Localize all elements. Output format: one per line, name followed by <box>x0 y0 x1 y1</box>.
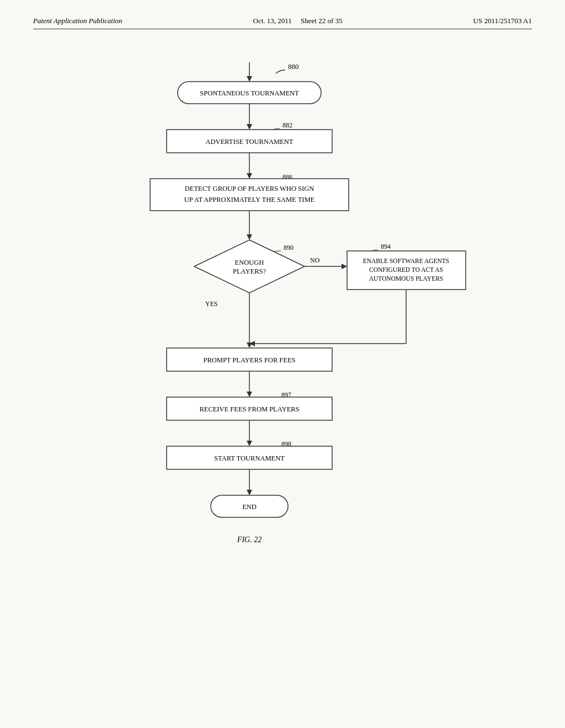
header-date: Oct. 13, 2011 <box>253 17 292 25</box>
svg-marker-7 <box>247 173 252 179</box>
node-diamond-label2: PLAYERS? <box>233 267 266 275</box>
ref-882: 882 <box>282 121 292 129</box>
flowchart-svg: 880 SPONTANEOUS TOURNAMENT 882 ADVERTISE… <box>84 46 481 669</box>
header-patent-number: US 2011/251703 A1 <box>473 17 532 25</box>
node-diamond-label1: ENOUGH <box>235 259 264 266</box>
node-receive-label: RECEIVE FEES FROM PLAYERS <box>199 405 299 413</box>
node-end-label: END <box>242 503 257 511</box>
header-date-sheet: Oct. 13, 2011 Sheet 22 of 35 <box>253 17 343 25</box>
svg-marker-13 <box>342 264 347 269</box>
svg-marker-19 <box>247 342 252 348</box>
node-detect-label1: DETECT GROUP OF PLAYERS WHO SIGN <box>185 185 314 192</box>
node-prompt-label: PROMPT PLAYERS FOR FEES <box>203 356 295 364</box>
node-start-tournament-label: START TOURNAMENT <box>214 454 285 462</box>
svg-marker-22 <box>247 392 252 397</box>
header-publication: Patent Application Publication <box>33 17 122 25</box>
node-start-label: SPONTANEOUS TOURNAMENT <box>200 89 299 97</box>
page-header: Patent Application Publication Oct. 13, … <box>33 17 532 29</box>
ref-880: 880 <box>288 62 299 71</box>
node-advertise-label: ADVERTISE TOURNAMENT <box>206 138 294 146</box>
header-sheet: Sheet 22 of 35 <box>301 17 342 25</box>
ref-894: 894 <box>381 243 391 250</box>
no-label: NO <box>310 256 320 264</box>
node-enable-label1: ENABLE SOFTWARE AGENTS <box>363 258 450 264</box>
figure-caption: FIG. 22 <box>237 536 262 544</box>
svg-marker-28 <box>247 490 252 495</box>
diagram-area: 880 SPONTANEOUS TOURNAMENT 882 ADVERTISE… <box>33 35 532 669</box>
svg-rect-8 <box>150 179 349 211</box>
yes-label: YES <box>205 300 218 308</box>
svg-marker-4 <box>247 124 252 130</box>
svg-marker-1 <box>247 76 252 82</box>
node-enable-label2: CONFIGURED TO ACT AS <box>369 266 443 273</box>
svg-marker-25 <box>247 441 252 446</box>
ref-890: 890 <box>284 244 294 251</box>
svg-marker-10 <box>247 234 252 240</box>
node-detect-label2: UP AT APPROXIMATELY THE SAME TIME <box>184 196 315 204</box>
node-enable-label3: AUTONOMOUS PLAYERS <box>369 275 444 282</box>
page: Patent Application Publication Oct. 13, … <box>0 0 565 728</box>
